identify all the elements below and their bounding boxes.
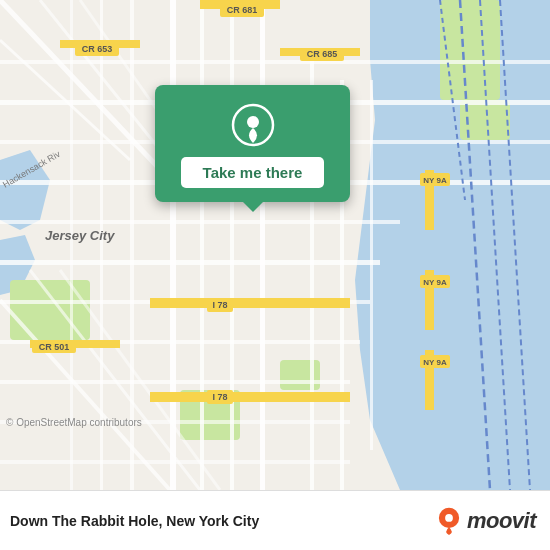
location-name: Down The Rabbit Hole, New York City [10, 513, 259, 529]
svg-point-71 [247, 116, 259, 128]
svg-rect-29 [0, 60, 550, 64]
moovit-pin-icon [435, 507, 463, 535]
svg-rect-12 [260, 0, 265, 490]
svg-text:Jersey City: Jersey City [45, 228, 115, 243]
svg-rect-41 [150, 392, 350, 402]
svg-text:CR 501: CR 501 [39, 342, 70, 352]
svg-text:I 78: I 78 [212, 392, 227, 402]
bottom-location-info: Down The Rabbit Hole, New York City [10, 513, 259, 529]
map-attribution: © OpenStreetMap contributors [6, 417, 142, 428]
location-pin-icon [231, 103, 275, 147]
svg-text:NY 9A: NY 9A [423, 358, 447, 367]
svg-text:CR 681: CR 681 [227, 5, 258, 15]
svg-text:NY 9A: NY 9A [423, 278, 447, 287]
svg-rect-9 [170, 0, 176, 490]
svg-rect-22 [0, 220, 400, 224]
svg-text:NY 9A: NY 9A [423, 176, 447, 185]
svg-text:I 78: I 78 [212, 300, 227, 310]
svg-rect-11 [230, 0, 234, 490]
moovit-logo: moovit [435, 507, 536, 535]
svg-text:CR 685: CR 685 [307, 49, 338, 59]
svg-rect-10 [200, 0, 204, 490]
bottom-bar: Down The Rabbit Hole, New York City moov… [0, 490, 550, 550]
svg-point-73 [445, 514, 453, 522]
moovit-brand-text: moovit [467, 508, 536, 534]
svg-rect-26 [0, 380, 350, 384]
popup-card: Take me there [155, 85, 350, 202]
svg-rect-7 [440, 0, 500, 100]
svg-rect-23 [0, 260, 380, 265]
svg-rect-28 [0, 460, 350, 464]
map-container: CR 681 CR 653 CR 685 I 78 I 78 CR 501 NY… [0, 0, 550, 490]
svg-text:CR 653: CR 653 [82, 44, 113, 54]
svg-rect-40 [150, 298, 350, 308]
take-me-there-button[interactable]: Take me there [181, 157, 325, 188]
